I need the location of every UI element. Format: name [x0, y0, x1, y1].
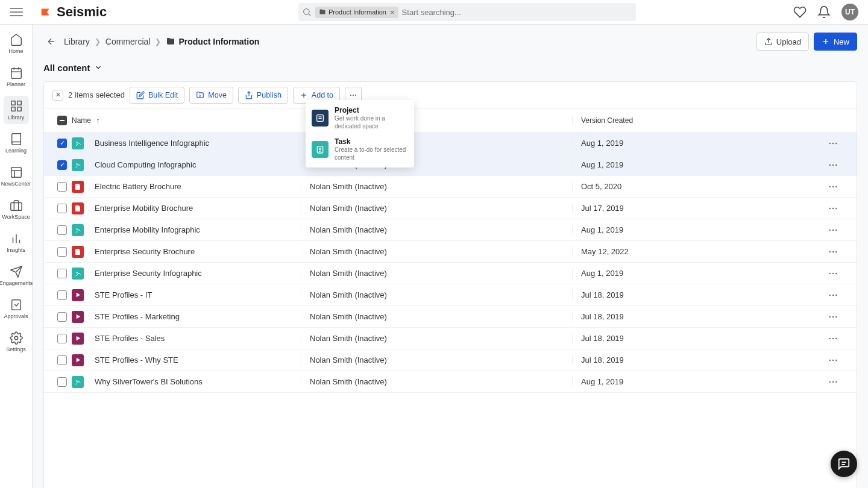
svg-point-59	[832, 272, 834, 274]
row-more-button[interactable]	[826, 310, 840, 324]
nav-label: Insights	[7, 247, 25, 253]
table-row[interactable]: Cloud Computing Infographic Nolan Smith …	[44, 154, 857, 176]
table-row[interactable]: Enterprise Mobility Brochure Nolan Smith…	[44, 198, 857, 219]
chat-button[interactable]	[831, 451, 857, 477]
row-more-button[interactable]	[826, 354, 840, 367]
table-row[interactable]: Electric Battery Brochure Nolan Smith (I…	[44, 176, 857, 198]
back-button[interactable]	[43, 34, 59, 49]
svg-point-71	[832, 337, 834, 339]
dd-title: Project	[335, 106, 408, 114]
row-more-button[interactable]	[826, 245, 840, 258]
clear-selection[interactable]: ✕	[52, 90, 63, 101]
row-checkbox[interactable]	[57, 334, 67, 343]
nav-planner[interactable]: Planner	[4, 63, 29, 91]
avatar[interactable]: UT	[841, 4, 858, 20]
table-row[interactable]: Enterprise Security Brochure Nolan Smith…	[44, 241, 857, 263]
table-row[interactable]: STE Profiles - Marketing Nolan Smith (In…	[44, 306, 857, 328]
row-more-button[interactable]	[826, 202, 840, 215]
file-date: Oct 5, 2020	[572, 182, 818, 191]
file-type-icon	[72, 333, 84, 345]
search-icon	[302, 7, 312, 17]
row-checkbox[interactable]	[57, 312, 67, 322]
row-checkbox[interactable]	[57, 204, 67, 213]
nav-learning[interactable]: Learning	[4, 129, 29, 157]
dropdown-item-task[interactable]: TaskCreate a to-do for selected content	[306, 134, 414, 165]
file-type-icon	[72, 159, 84, 171]
crumb-commercial[interactable]: Commercial	[105, 37, 151, 46]
nav-library[interactable]: Library	[4, 96, 29, 124]
svg-point-55	[832, 251, 834, 252]
row-checkbox[interactable]	[57, 247, 67, 257]
crumb-current: Product Information	[166, 37, 259, 46]
crumb-library[interactable]: Library	[64, 37, 90, 46]
row-checkbox[interactable]	[57, 160, 67, 170]
notifications-icon[interactable]	[817, 5, 831, 19]
nav-approvals[interactable]: Approvals	[4, 295, 29, 323]
row-checkbox[interactable]	[57, 269, 67, 278]
nav-newscenter[interactable]: NewsCenter	[4, 162, 29, 190]
table-row[interactable]: Business Intelligence Infographic Aug 1,…	[44, 133, 857, 154]
nav-workspace[interactable]: WorkSpace	[4, 195, 29, 224]
row-more-button[interactable]	[826, 158, 840, 172]
table-row[interactable]: Enterprise Mobility Infographic Nolan Sm…	[44, 219, 857, 241]
table-row[interactable]: STE Profiles - IT Nolan Smith (Inactive)…	[44, 284, 857, 306]
nav-settings[interactable]: Settings	[4, 328, 29, 356]
svg-point-36	[77, 142, 78, 143]
svg-point-50	[77, 228, 78, 230]
logo-icon	[40, 5, 53, 19]
logo[interactable]: Seismic	[40, 4, 107, 20]
row-checkbox[interactable]	[57, 377, 67, 387]
row-checkbox[interactable]	[57, 355, 67, 365]
search-bar[interactable]: Product Information ×	[298, 3, 636, 21]
upload-button[interactable]: Upload	[756, 33, 809, 51]
row-more-button[interactable]	[826, 267, 840, 280]
search-input[interactable]	[402, 8, 632, 17]
table-row[interactable]: Enterprise Security Infographic Nolan Sm…	[44, 263, 857, 284]
select-all-checkbox[interactable]	[57, 116, 67, 125]
header: Seismic Product Information × UT	[0, 0, 868, 25]
row-more-button[interactable]	[826, 180, 840, 193]
svg-point-74	[829, 359, 831, 360]
row-more-button[interactable]	[826, 224, 840, 237]
publish-button[interactable]: Publish	[238, 87, 288, 104]
row-more-button[interactable]	[826, 137, 840, 150]
table-row[interactable]: Why SilverTower's BI Solutions Nolan Smi…	[44, 371, 857, 393]
chevron-right-icon: ❯	[155, 37, 161, 46]
move-button[interactable]: Move	[189, 87, 233, 104]
view-selector[interactable]: All content	[43, 63, 102, 73]
approvals-icon	[10, 298, 23, 311]
col-name[interactable]: Name ↑	[72, 116, 301, 125]
nav-insights[interactable]: Insights	[4, 228, 29, 257]
nav-home[interactable]: Home	[4, 30, 29, 58]
workspace-icon	[10, 199, 23, 212]
row-checkbox[interactable]	[57, 225, 67, 235]
dropdown-item-project[interactable]: ProjectGet work done in a dedicated spac…	[306, 102, 414, 134]
new-button[interactable]: New	[814, 33, 857, 51]
file-name: STE Profiles - Marketing	[95, 312, 180, 321]
menu-toggle[interactable]	[10, 5, 23, 19]
svg-point-67	[832, 316, 834, 317]
more-icon	[349, 91, 357, 99]
row-checkbox[interactable]	[57, 139, 67, 148]
nav-engagements[interactable]: Engagements	[4, 261, 29, 290]
row-more-button[interactable]	[826, 289, 840, 302]
favorites-icon[interactable]	[793, 5, 807, 19]
search-filter-chip[interactable]: Product Information ×	[315, 7, 398, 18]
col-date[interactable]: Version Created	[572, 116, 818, 125]
svg-point-60	[835, 272, 837, 274]
svg-point-27	[353, 94, 354, 95]
main: Library ❯ Commercial ❯ Product Informati…	[33, 25, 868, 488]
table-row[interactable]: STE Profiles - Why STE Nolan Smith (Inac…	[44, 349, 857, 371]
row-checkbox[interactable]	[57, 182, 67, 192]
file-name: Enterprise Security Brochure	[95, 247, 195, 256]
row-checkbox[interactable]	[57, 290, 67, 300]
arrow-left-icon	[46, 37, 56, 46]
row-more-button[interactable]	[826, 375, 840, 389]
svg-point-76	[835, 359, 837, 360]
row-more-button[interactable]	[826, 332, 840, 345]
library-icon	[10, 99, 23, 113]
chip-close-icon[interactable]: ×	[390, 8, 395, 17]
table-row[interactable]: STE Profiles - Sales Nolan Smith (Inacti…	[44, 328, 857, 349]
bulk-edit-button[interactable]: Bulk Edit	[130, 87, 184, 104]
svg-point-49	[835, 207, 837, 208]
